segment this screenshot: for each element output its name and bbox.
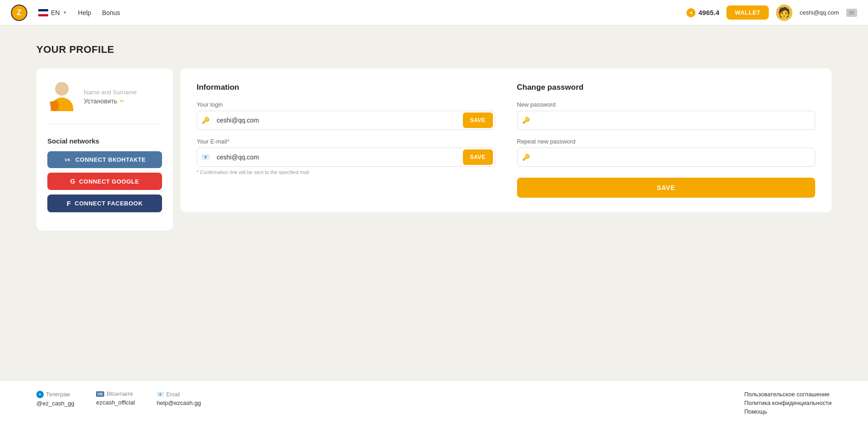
information-column: Information Your login 🔑 SAVE Your E-mai… — [197, 83, 495, 198]
facebook-icon: f — [66, 200, 71, 207]
save-password-button[interactable]: SAVE — [517, 178, 816, 198]
chevron-down-icon: ▼ — [62, 10, 67, 15]
repeat-password-row: 🔑 — [517, 148, 816, 167]
avatar-figure: 🧑 — [778, 7, 790, 19]
repeat-password-label: Repeat new password — [517, 138, 816, 145]
social-title: Social networks — [47, 137, 162, 145]
profile-layout: Name and Surname Установить ✏ Social net… — [36, 68, 832, 230]
login-key-icon: 🔑 — [197, 117, 214, 124]
lang-label: EN — [51, 9, 60, 16]
footer-links: Пользовательское соглашение Политика кон… — [744, 391, 832, 415]
pencil-icon: ✏ — [120, 98, 124, 104]
repeat-password-icon: 🔑 — [518, 154, 534, 161]
name-edit[interactable]: Установить ✏ — [84, 97, 137, 105]
coin-icon: ● — [686, 8, 695, 17]
vk-button-label: CONNECT ВКОНТАКТЕ — [76, 156, 146, 163]
user-email: ceshi@qq.com — [800, 9, 839, 16]
footer-email-icon: 📧 — [157, 391, 164, 398]
flag-icon — [38, 9, 48, 16]
avatar-head — [55, 82, 69, 96]
social-section: Social networks VK CONNECT ВКОНТАКТЕ G C… — [47, 137, 162, 212]
information-title: Information — [197, 83, 495, 92]
header-left: Z EN ▼ Help Bonus — [11, 5, 120, 21]
connect-facebook-button[interactable]: f CONNECT FACEBOOK — [47, 195, 162, 212]
page-title: YOUR PROFILE — [36, 44, 832, 56]
coins-display: ● 4965.4 — [686, 8, 719, 17]
vk-label: VK ВКонтакте — [96, 391, 135, 397]
telegram-label: ✈ Телеграм — [36, 391, 74, 398]
lang-selector[interactable]: EN ▼ — [38, 9, 67, 16]
new-password-label: New password — [517, 101, 816, 108]
password-column: Change password New password 🔑 Repeat ne… — [517, 83, 816, 198]
vk-handle[interactable]: ezcash_official — [96, 399, 135, 406]
footer-telegram: ✈ Телеграм @ez_cash_gg — [36, 391, 74, 407]
avatar: 🧑 — [776, 5, 792, 21]
telegram-handle[interactable]: @ez_cash_gg — [36, 400, 74, 407]
footer-link-terms[interactable]: Пользовательское соглашение — [744, 391, 832, 398]
email-value[interactable]: help@ezcash.gg — [157, 399, 201, 406]
login-input-row: 🔑 SAVE — [197, 111, 495, 130]
confirmation-note: * Confirmation link will be sent to the … — [197, 169, 495, 175]
connect-google-button[interactable]: G CONNECT GOOGLE — [47, 173, 162, 190]
google-icon: G — [70, 178, 75, 185]
avatar-body — [47, 82, 76, 111]
footer-email: 📧 Email help@ezcash.gg — [157, 391, 201, 406]
email-label-text: Your E-mail — [197, 138, 227, 145]
right-card: Information Your login 🔑 SAVE Your E-mai… — [180, 68, 832, 212]
footer-vk-icon: VK — [96, 391, 104, 397]
required-star: * — [227, 138, 229, 145]
login-input[interactable] — [214, 111, 463, 129]
left-card: Name and Surname Установить ✏ Social net… — [36, 68, 173, 230]
password-title: Change password — [517, 83, 816, 92]
save-login-button[interactable]: SAVE — [463, 113, 493, 128]
facebook-button-label: CONNECT FACEBOOK — [75, 200, 143, 207]
right-card-grid: Information Your login 🔑 SAVE Your E-mai… — [197, 83, 815, 198]
avatar-section: Name and Surname Установить ✏ — [47, 82, 162, 124]
header: Z EN ▼ Help Bonus ● 4965.4 WALLET 🧑 cesh… — [0, 0, 868, 26]
save-email-button[interactable]: SAVE — [463, 149, 493, 165]
header-right: ● 4965.4 WALLET 🧑 ceshi@qq.com ✉ — [686, 5, 857, 21]
new-password-input[interactable] — [534, 111, 815, 129]
vk-icon: VK — [64, 157, 72, 163]
nav-bonus[interactable]: Bonus — [102, 9, 120, 16]
profile-avatar — [47, 82, 76, 111]
email-input-row: 📧 SAVE — [197, 148, 495, 167]
telegram-icon: ✈ — [36, 391, 44, 398]
footer-vk: VK ВКонтакте ezcash_official — [96, 391, 135, 406]
main-content: YOUR PROFILE Name and Surname Установить — [0, 26, 868, 380]
name-section: Name and Surname Установить ✏ — [84, 89, 137, 105]
google-button-label: CONNECT GOOGLE — [79, 178, 139, 185]
repeat-password-input[interactable] — [534, 148, 815, 166]
email-icon: 📧 — [197, 154, 214, 161]
connect-vk-button[interactable]: VK CONNECT ВКОНТАКТЕ — [47, 151, 162, 168]
new-password-row: 🔑 — [517, 111, 816, 130]
avatar-torso — [51, 97, 73, 111]
footer-link-privacy[interactable]: Политика конфиденциальности — [744, 399, 832, 406]
avatar-torso-left — [50, 101, 60, 112]
email-label-footer: 📧 Email — [157, 391, 201, 398]
message-icon[interactable]: ✉ — [846, 9, 857, 17]
wallet-button[interactable]: WALLET — [726, 5, 768, 20]
login-label: Your login — [197, 101, 495, 108]
name-label: Name and Surname — [84, 89, 137, 96]
new-password-icon: 🔑 — [518, 117, 534, 124]
name-action-label: Установить — [84, 97, 117, 105]
email-input[interactable] — [214, 148, 463, 166]
footer-link-help[interactable]: Помощь — [744, 408, 832, 415]
logo-text: Z — [17, 9, 21, 17]
nav-help[interactable]: Help — [78, 9, 91, 16]
footer: ✈ Телеграм @ez_cash_gg VK ВКонтакте ezca… — [0, 380, 868, 425]
coins-value: 4965.4 — [698, 9, 719, 16]
email-label: Your E-mail* — [197, 138, 495, 145]
logo[interactable]: Z — [11, 5, 27, 21]
